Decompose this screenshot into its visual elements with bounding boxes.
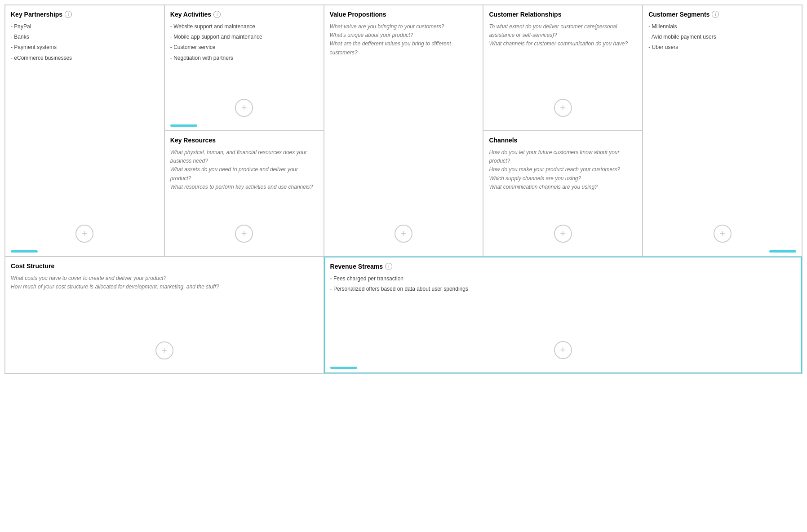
key-partnerships-content: - PayPal - Banks - Payment systems - eCo…	[11, 22, 159, 64]
list-item: - Negotiation with partners	[170, 54, 318, 62]
customer-segments-label: Customer Segments	[648, 11, 709, 18]
channels-title: Channels	[489, 137, 637, 144]
revenue-streams-label: Revenue Streams	[330, 263, 383, 270]
customer-relationships-label: Customer Relationships	[489, 11, 561, 18]
key-activities-title: Key Activities i	[170, 11, 318, 18]
customer-segments-content: - Millennials - Avid mobile payment user…	[648, 22, 796, 54]
value-propositions-label: Value Propositions	[330, 11, 386, 18]
key-resources-title: Key Resources	[170, 137, 318, 144]
channels-content: How do you let your future customers kno…	[489, 148, 637, 191]
scroll-bar	[769, 250, 796, 253]
customer-segments-title: Customer Segments i	[648, 11, 796, 18]
add-button[interactable]: +	[75, 225, 93, 243]
add-button[interactable]: +	[155, 341, 173, 359]
scroll-bar	[170, 124, 197, 127]
cost-structure-label: Cost Structure	[11, 262, 54, 270]
key-activities-info-icon[interactable]: i	[213, 11, 221, 18]
key-activities-content: - Website support and maintenance - Mobi…	[170, 22, 318, 64]
list-item: - Uber users	[648, 43, 796, 52]
value-propositions-cell: Value Propositions What value are you br…	[324, 5, 483, 257]
customer-segments-cell: Customer Segments i - Millennials - Avid…	[643, 5, 802, 257]
customer-relationships-cell: Customer Relationships To what extent do…	[483, 5, 643, 131]
customer-relationships-title: Customer Relationships	[489, 11, 637, 18]
scroll-bar	[11, 250, 38, 253]
key-partnerships-cell: Key Partnerships i - PayPal - Banks - Pa…	[5, 5, 164, 257]
revenue-streams-title: Revenue Streams i	[330, 263, 796, 270]
cost-structure-cell: Cost Structure What costs you have to co…	[5, 257, 324, 373]
list-item: - Personalized offers based on data abou…	[330, 285, 796, 293]
revenue-streams-info-icon[interactable]: i	[385, 263, 392, 270]
key-activities-label: Key Activities	[170, 11, 211, 18]
key-resources-label: Key Resources	[170, 137, 216, 144]
add-button[interactable]: +	[235, 99, 253, 117]
list-item: - Banks	[11, 33, 159, 41]
scroll-bar	[330, 367, 357, 369]
list-item: - Fees charged per transaction	[330, 275, 796, 283]
customer-relationships-content: To what extent do you deliver customer c…	[489, 22, 637, 49]
add-button[interactable]: +	[235, 225, 253, 243]
list-item: - Payment systems	[11, 43, 159, 52]
list-item: - Avid mobile payment users	[648, 33, 796, 41]
add-button[interactable]: +	[714, 225, 732, 243]
list-item: - Mobile app support and maintenance	[170, 33, 318, 41]
add-button[interactable]: +	[554, 99, 572, 117]
value-propositions-content: What value are you bringing to your cust…	[330, 22, 478, 57]
cost-structure-title: Cost Structure	[11, 262, 318, 270]
key-resources-content: What physical, human, and financial reso…	[170, 148, 318, 191]
list-item: - PayPal	[11, 22, 159, 31]
revenue-streams-content: - Fees charged per transaction - Persona…	[330, 275, 796, 295]
list-item: - Customer service	[170, 43, 318, 52]
cost-structure-content: What costs you have to cover to create a…	[11, 274, 318, 291]
key-partnerships-info-icon[interactable]: i	[65, 11, 72, 18]
customer-segments-info-icon[interactable]: i	[712, 11, 719, 18]
add-button[interactable]: +	[554, 341, 572, 359]
list-item: - eCommerce businesses	[11, 54, 159, 62]
key-activities-cell: Key Activities i - Website support and m…	[164, 5, 324, 131]
revenue-streams-cell: Revenue Streams i - Fees charged per tra…	[324, 257, 802, 373]
channels-label: Channels	[489, 137, 517, 144]
value-propositions-title: Value Propositions	[330, 11, 478, 18]
key-partnerships-label: Key Partnerships	[11, 11, 62, 18]
add-button[interactable]: +	[554, 225, 572, 243]
key-partnerships-title: Key Partnerships i	[11, 11, 159, 18]
channels-cell: Channels How do you let your future cust…	[483, 131, 643, 257]
key-resources-cell: Key Resources What physical, human, and …	[164, 131, 324, 257]
add-button[interactable]: +	[395, 225, 412, 243]
list-item: - Website support and maintenance	[170, 22, 318, 31]
list-item: - Millennials	[648, 22, 796, 31]
business-model-canvas: Key Partnerships i - PayPal - Banks - Pa…	[4, 4, 803, 374]
